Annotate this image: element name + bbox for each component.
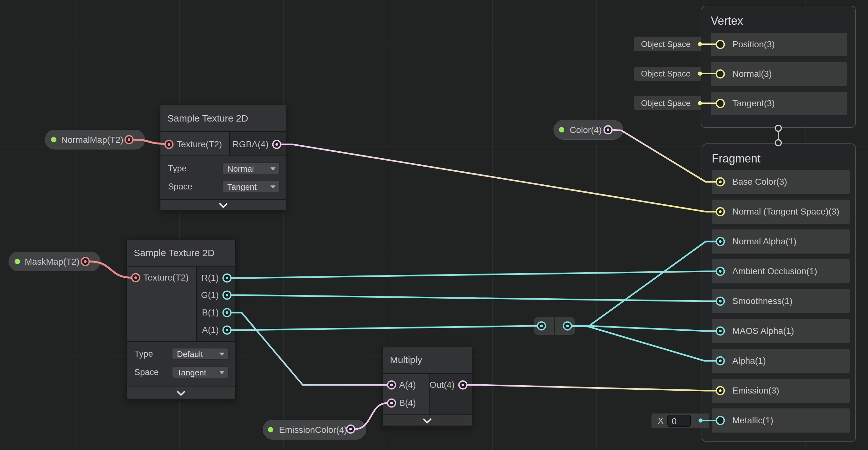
collapse-chevron-button[interactable] — [127, 387, 235, 399]
block-row-label: MAOS Alpha(1) — [732, 326, 794, 336]
output-port-label: Out(4) — [430, 380, 455, 390]
block-row-label: Normal (Tangent Space)(3) — [732, 206, 839, 217]
chevron-down-icon — [271, 185, 276, 189]
edge-sample2-a-to-redirect[interactable] — [231, 326, 537, 330]
block-row-tangent-3[interactable]: Tangent(3) — [711, 92, 847, 115]
input-port-label: Texture(T2) — [177, 139, 222, 149]
badge-label: Object Space — [641, 69, 690, 79]
block-row-position-3[interactable]: Position(3) — [711, 33, 847, 56]
property-node-color-4[interactable]: Color(4) — [554, 120, 623, 140]
edge-sample1-rgba-to-normal-tangent-space[interactable] — [281, 144, 716, 212]
block-row-label: Normal Alpha(1) — [732, 236, 796, 247]
node-title-label: Multiply — [390, 355, 422, 365]
block-row-base-color-3[interactable]: Base Color(3) — [712, 170, 849, 194]
output-port-label: RGBA(4) — [232, 139, 269, 149]
block-row-smoothness-1[interactable]: Smoothness(1) — [712, 289, 849, 313]
space-dropdown[interactable]: Tangent — [172, 367, 228, 378]
collapse-chevron-button[interactable] — [383, 415, 472, 426]
edge-redirect-to-alpha[interactable] — [571, 326, 716, 361]
block-row-alpha-1[interactable]: Alpha(1) — [712, 349, 849, 373]
output-port-label: R(1) — [202, 273, 219, 283]
dropdown-selected-value: Tangent — [227, 182, 257, 192]
control-label-type: Type — [168, 163, 187, 173]
node-title-label: Sample Texture 2D — [134, 248, 215, 258]
redirect-node[interactable] — [534, 317, 575, 335]
default-value-badge-object-space: Object Space — [634, 67, 708, 81]
node-title-label: Sample Texture 2D — [167, 113, 248, 124]
block-row-normal-alpha-1[interactable]: Normal Alpha(1) — [712, 229, 849, 254]
chevron-down-icon — [219, 353, 224, 356]
property-node-label: MaskMap(T2) — [25, 257, 80, 267]
block-row-label: Alpha(1) — [732, 356, 766, 366]
dropdown-selected-value: Normal — [227, 164, 254, 174]
block-row-label: Position(3) — [732, 39, 775, 50]
control-label-space: Space — [134, 367, 159, 377]
default-value-badge-object-space: Object Space — [634, 96, 708, 110]
input-port-label: Texture(T2) — [143, 273, 189, 283]
edge-sample2-r-to-ambient-occlusion[interactable] — [231, 271, 716, 278]
badge-label: Object Space — [641, 39, 690, 49]
block-row-label: Metallic(1) — [732, 415, 773, 426]
property-node-label: Color(4) — [570, 125, 602, 135]
exposed-property-dot-icon — [559, 127, 564, 133]
chevron-down-icon — [218, 199, 227, 208]
block-row-label: Ambient Occlusion(1) — [732, 266, 817, 276]
node-title-bar[interactable]: Sample Texture 2D — [160, 105, 286, 131]
badge-label: Object Space — [641, 99, 690, 108]
input-port-label: A(4) — [399, 380, 416, 390]
float-value-text: 0 — [672, 417, 677, 426]
block-row-emission-3[interactable]: Emission(3) — [712, 378, 849, 403]
exposed-property-dot-icon — [268, 427, 273, 432]
edge-sample2-b-to-multiply-a[interactable] — [231, 313, 388, 385]
block-row-normal-tangent-space-3[interactable]: Normal (Tangent Space)(3) — [712, 200, 849, 224]
block-row-label: Normal(3) — [732, 69, 772, 79]
node-title-bar[interactable]: Sample Texture 2D — [127, 240, 235, 266]
redirect-divider — [554, 317, 555, 335]
edge-redirect-to-maos-alpha[interactable] — [571, 326, 716, 331]
chevron-down-icon — [271, 167, 276, 170]
exposed-property-dot-icon — [14, 259, 20, 264]
block-row-label: Base Color(3) — [732, 177, 787, 187]
block-title-fragment: Fragment — [712, 152, 761, 165]
chevron-down-icon — [177, 387, 185, 396]
node-title-bar[interactable]: Multiply — [383, 346, 472, 373]
property-node-emissioncolor-4[interactable]: EmissionColor(4) — [263, 420, 366, 440]
edge-color-to-base-color[interactable] — [612, 130, 716, 182]
output-port-label: B(1) — [202, 308, 219, 318]
chevron-down-icon — [219, 371, 224, 374]
exposed-property-dot-icon — [51, 137, 56, 142]
block-row-label: Tangent(3) — [732, 99, 775, 109]
edge-multiply-out-to-emission[interactable] — [467, 385, 716, 391]
property-node-label: EmissionColor(4) — [279, 425, 347, 435]
dropdown-selected-value: Default — [177, 349, 203, 359]
property-node-normalmap-t2[interactable]: NormalMap(T2) — [45, 130, 145, 149]
dropdown-selected-value: Tangent — [177, 368, 206, 378]
control-label-space: Space — [168, 181, 192, 191]
shader-graph-canvas[interactable]: NormalMap(T2)MaskMap(T2)Color(4)Emission… — [0, 0, 868, 450]
type-dropdown[interactable]: Normal — [222, 163, 280, 174]
type-dropdown[interactable]: Default — [172, 348, 228, 360]
float-component-label: X — [658, 416, 663, 426]
block-row-metallic-1[interactable]: Metallic(1) — [712, 409, 849, 432]
block-row-ambient-occlusion-1[interactable]: Ambient Occlusion(1) — [712, 259, 849, 283]
space-dropdown[interactable]: Tangent — [222, 180, 280, 192]
default-value-badge-object-space: Object Space — [634, 37, 708, 51]
block-row-label: Emission(3) — [732, 386, 779, 396]
control-label-type: Type — [134, 349, 153, 359]
edge-redirect-to-normal-alpha[interactable] — [571, 242, 716, 326]
block-row-label: Smoothness(1) — [732, 296, 793, 306]
property-node-maskmap-t2[interactable]: MaskMap(T2) — [8, 252, 100, 271]
chevron-down-icon — [423, 415, 432, 423]
output-port-label: A(1) — [202, 325, 219, 335]
float-value-input[interactable]: 0 — [667, 415, 691, 427]
collapse-chevron-button[interactable] — [160, 200, 286, 210]
output-port-label: G(1) — [201, 290, 219, 300]
block-row-normal-3[interactable]: Normal(3) — [711, 62, 847, 86]
block-row-maos-alpha-1[interactable]: MAOS Alpha(1) — [712, 319, 849, 343]
input-port-label: B(4) — [399, 398, 416, 408]
property-node-label: NormalMap(T2) — [61, 135, 123, 145]
block-title-vertex: Vertex — [711, 14, 743, 28]
edge-sample2-g-to-smoothness[interactable] — [231, 295, 716, 301]
